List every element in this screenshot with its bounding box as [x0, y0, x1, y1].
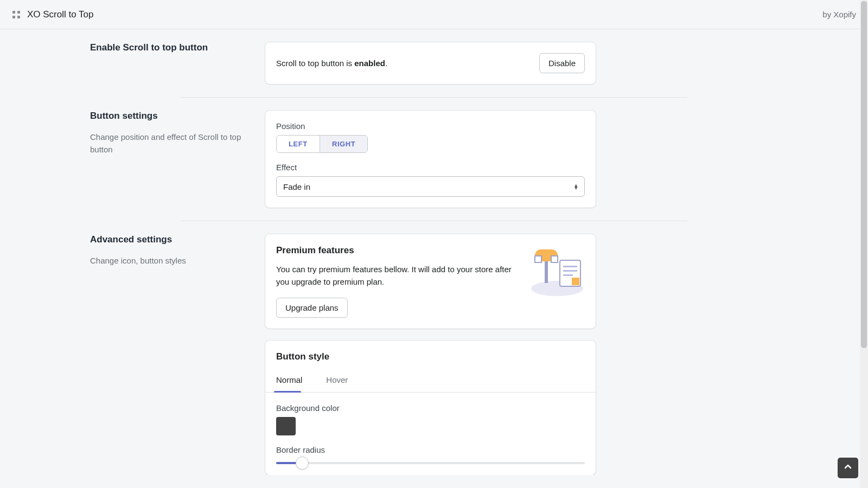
- app-icon: [12, 10, 21, 19]
- page-body: Enable Scroll to top button Scroll to to…: [0, 29, 868, 475]
- tab-normal[interactable]: Normal: [274, 370, 313, 392]
- enable-status: Scroll to top button is enabled.: [276, 59, 387, 68]
- svg-rect-13: [551, 256, 558, 262]
- section-button-settings: Button settings Change position and effe…: [90, 98, 778, 221]
- bg-color-swatch[interactable]: [276, 417, 296, 435]
- svg-rect-0: [12, 11, 15, 14]
- disable-button[interactable]: Disable: [539, 53, 585, 73]
- premium-desc: You can try premium features bellow. It …: [276, 264, 519, 288]
- enable-card: Scroll to top button is enabled. Disable: [265, 42, 596, 84]
- enable-status-value: enabled: [354, 59, 385, 68]
- advanced-settings-desc: Change icon, button styles: [90, 255, 252, 267]
- chevron-up-icon: [843, 462, 853, 474]
- svg-rect-7: [563, 270, 577, 272]
- upgrade-plans-button[interactable]: Upgrade plans: [276, 298, 348, 318]
- position-left-button[interactable]: LEFT: [277, 136, 320, 152]
- app-header-left: XO Scroll to Top: [12, 9, 94, 20]
- button-style-tabs: Normal Hover: [265, 370, 596, 393]
- position-label: Position: [276, 121, 585, 131]
- effect-select[interactable]: Fade in ▴▾: [276, 176, 585, 197]
- scroll-to-top-fab[interactable]: [838, 458, 858, 478]
- byline: by Xopify: [822, 10, 856, 19]
- premium-card: Premium features You can try premium fea…: [265, 234, 596, 329]
- app-header: XO Scroll to Top by Xopify: [0, 0, 868, 29]
- button-style-card: Button style Normal Hover Background col…: [265, 341, 596, 475]
- advanced-settings-title: Advanced settings: [90, 234, 252, 245]
- scrollbar-thumb[interactable]: [861, 1, 867, 348]
- premium-illustration: [529, 245, 585, 298]
- premium-heading: Premium features: [276, 245, 519, 256]
- button-settings-desc: Change position and effect of Scroll to …: [90, 131, 252, 156]
- select-caret-icon: ▴▾: [575, 184, 578, 189]
- button-settings-title: Button settings: [90, 111, 252, 121]
- app-title: XO Scroll to Top: [27, 9, 94, 20]
- section-enable: Enable Scroll to top button Scroll to to…: [90, 29, 778, 97]
- svg-rect-9: [572, 278, 579, 285]
- svg-rect-12: [535, 256, 541, 262]
- position-right-button[interactable]: RIGHT: [320, 136, 367, 152]
- border-radius-slider[interactable]: [276, 462, 585, 464]
- svg-rect-2: [12, 16, 15, 18]
- bg-color-label: Background color: [276, 403, 585, 413]
- svg-rect-6: [563, 266, 577, 267]
- svg-rect-1: [17, 11, 20, 14]
- border-radius-label: Border radius: [276, 445, 585, 454]
- enable-title: Enable Scroll to top button: [90, 42, 252, 53]
- svg-rect-11: [545, 261, 548, 283]
- slider-thumb[interactable]: [296, 457, 309, 470]
- effect-value: Fade in: [283, 182, 310, 191]
- enable-status-prefix: Scroll to top button is: [276, 59, 354, 68]
- section-advanced-settings: Advanced settings Change icon, button st…: [90, 221, 778, 475]
- button-style-heading: Button style: [265, 341, 596, 370]
- position-toggle-group: LEFT RIGHT: [276, 135, 368, 153]
- svg-rect-3: [17, 16, 20, 18]
- enable-status-suffix: .: [385, 59, 387, 68]
- tab-hover[interactable]: Hover: [324, 370, 359, 392]
- effect-label: Effect: [276, 163, 585, 172]
- scrollbar[interactable]: [860, 0, 868, 488]
- svg-rect-8: [563, 274, 573, 276]
